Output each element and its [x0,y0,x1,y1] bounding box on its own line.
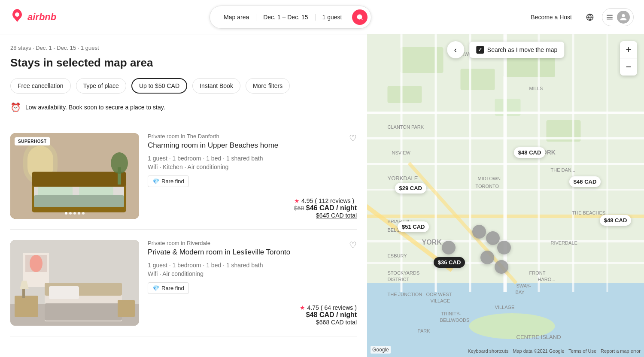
price-pin-48-top[interactable]: $48 CAD [514,147,545,158]
listing-card-2: ♡ Private room in Riverdale Private & Mo… [10,240,357,336]
svg-text:RIVERDALE: RIVERDALE [551,240,577,245]
filter-more[interactable]: More filters [246,78,290,94]
dot-3 [73,212,76,215]
svg-rect-48 [538,34,540,292]
low-availability-banner: ⏰ Low availability. Book soon to secure … [10,102,357,123]
listing-details-2: 1 guest · 1 bedroom · 1 bed · 1 shared b… [148,262,357,269]
map-controls-top: ‹ Search as I move the map [447,41,564,58]
dot-4 [78,212,80,215]
svg-text:VILLAGE: VILLAGE [431,298,450,303]
keyboard-shortcuts[interactable]: Keyboard shortcuts [468,348,508,354]
price-pin-46[interactable]: $46 CAD [569,176,601,187]
price-original-1: $50 $46 CAD / night [294,204,357,212]
svg-text:MILLS: MILLS [529,86,543,91]
results-title: Stays in selected map area [10,56,357,70]
superhost-badge: SUPERHOST [15,137,50,145]
star-icon: ★ [294,197,300,204]
listing-image-2[interactable] [10,240,139,326]
svg-rect-25 [22,289,25,298]
cluster-pin-5[interactable] [495,260,508,274]
avatar [617,11,630,24]
filter-bar: Free cancellation Type of place Up to $5… [10,78,357,94]
price-total-2: $668 CAD total [300,319,357,326]
logo[interactable]: airbnb [10,9,56,26]
reviews-1: 112 reviews [319,197,351,204]
svg-text:ESBURY: ESBURY [388,253,407,258]
listing-photo-2 [10,240,139,326]
price-pin-36[interactable]: $36 CAD [434,257,465,268]
wishlist-button-1[interactable]: ♡ [349,133,357,143]
filter-type-of-place[interactable]: Type of place [76,78,126,94]
svg-text:MIDTOWN: MIDTOWN [478,176,501,181]
rating-reviews-1: ( [315,197,317,204]
search-area[interactable]: Map area [217,14,256,21]
zoom-in-button[interactable]: + [620,41,637,58]
svg-rect-46 [469,34,471,292]
results-meta: 28 stays · Dec. 1 - Dec. 15 · 1 guest [10,45,357,51]
search-move-checkbox[interactable] [476,46,484,54]
svg-text:OOR WEST: OOR WEST [426,292,452,297]
svg-point-14 [111,152,128,174]
listing-name-1[interactable]: Charming room in Upper Beaches home [148,141,357,150]
listing-price-2: ★ 4.75 (64 reviews) $48 CAD / night $668… [300,303,357,326]
search-dates[interactable]: Dec. 1 – Dec. 15 [256,14,315,21]
svg-text:THE DAN...: THE DAN... [551,167,575,172]
rare-find-badge-1: 💎 Rare find [148,175,189,187]
terms-of-use[interactable]: Terms of Use [568,348,596,354]
svg-text:YORK: YORK [422,239,442,246]
low-avail-icon: ⏰ [10,102,21,112]
search-guests[interactable]: 1 guest [316,14,349,21]
rating-reviews-2: ( [321,304,323,311]
image-dots [65,212,85,215]
search-button[interactable] [352,9,368,25]
search-as-move-toggle[interactable]: Search as I move the map [469,42,564,58]
price-pin-51[interactable]: $51 CAD [398,221,429,232]
airbnb-logo-text: airbnb [27,12,56,23]
left-panel: 28 stays · Dec. 1 - Dec. 15 · 1 guest St… [0,34,367,357]
svg-rect-49 [572,34,574,292]
svg-rect-31 [461,69,495,90]
listing-type-2: Private room in Riverdale [148,240,357,246]
airbnb-logo-icon [10,9,24,26]
price-total-1: $645 CAD total [294,212,357,219]
filter-price[interactable]: Up to $50 CAD [131,78,187,94]
price-wrap-2: $48 CAD / night [300,311,357,319]
filter-instant-book[interactable]: Instant Book [192,78,240,94]
svg-text:BELLWOODS: BELLWOODS [440,318,470,323]
svg-text:BAY: BAY [516,290,525,295]
svg-rect-27 [118,300,135,317]
map-back-button[interactable]: ‹ [447,41,464,58]
map-zoom-controls: + − [620,41,637,76]
svg-text:CENTRE ISLAND: CENTRE ISLAND [516,334,561,340]
svg-text:VILLAGE: VILLAGE [495,305,515,310]
zoom-out-button[interactable]: − [620,58,637,76]
star-icon-2: ★ [300,304,305,311]
report-map-error[interactable]: Report a map error [601,348,641,354]
price-pin-48-right[interactable]: $48 CAD [600,215,631,226]
search-bar[interactable]: Map area Dec. 1 – Dec. 15 1 guest [210,6,371,29]
diamond-icon: 💎 [152,178,159,185]
listing-type-1: Private room in The Danforth [148,133,357,139]
svg-rect-24 [15,296,38,317]
price-pin-29[interactable]: $29 CAD [395,183,426,194]
svg-text:CLANTON PARK: CLANTON PARK [388,124,424,130]
svg-text:TORONTO: TORONTO [476,184,499,189]
cluster-pin-1[interactable] [472,225,486,239]
low-avail-text: Low availability. Book soon to secure a … [25,104,165,111]
filter-free-cancellation[interactable]: Free cancellation [10,78,71,94]
rare-find-badge-2: 💎 Rare find [148,282,189,294]
listing-amenities-1: Wifi · Kitchen · Air conditioning [148,163,357,170]
rating-value-1: 4.95 [301,197,313,204]
main-content: 28 stays · Dec. 1 - Dec. 15 · 1 guest St… [0,34,644,357]
map-panel[interactable]: CLANTON PARK PARKWOODS NSVIEW YORKDALE B… [367,34,644,357]
user-menu-button[interactable] [602,8,634,26]
listing-details-1: 1 guest · 1 bedroom · 1 bed · 1 shared b… [148,155,357,162]
language-button[interactable] [581,9,598,26]
wishlist-button-2[interactable]: ♡ [349,240,357,250]
cluster-pin-2[interactable] [486,231,500,245]
listing-name-2[interactable]: Private & Modern room in Leslieville Tor… [148,248,357,257]
svg-rect-22 [49,286,79,299]
listing-image-1[interactable]: SUPERHOST [10,133,139,219]
listing-rating-2: ★ 4.75 (64 reviews) [300,304,357,311]
become-host-button[interactable]: Become a Host [525,9,578,25]
